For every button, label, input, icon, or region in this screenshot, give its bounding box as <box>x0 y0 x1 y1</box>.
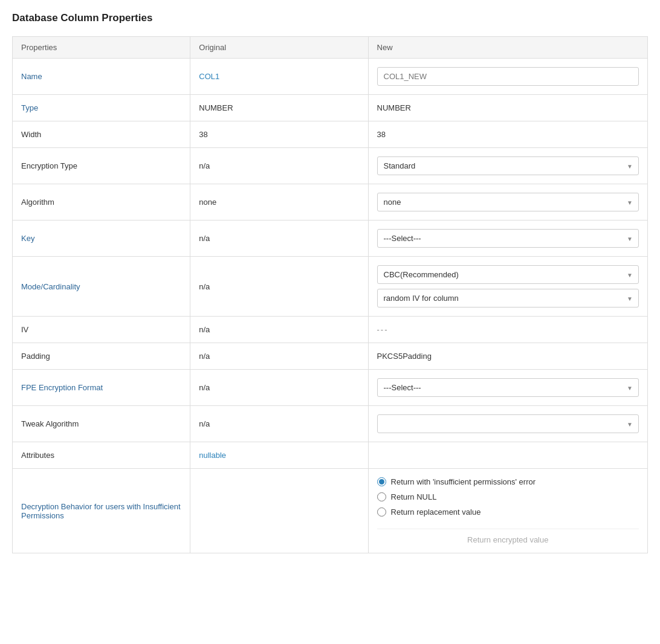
select-tweak_algorithm[interactable] <box>377 414 639 433</box>
row-new-decryption_behavior: Return with 'insufficient permissions' e… <box>368 469 647 553</box>
row-new-mode_cardinality: CBC(Recommended)ECBCFB random IV for col… <box>368 257 647 317</box>
row-label-decryption_behavior: Decryption Behavior for users with Insuf… <box>13 469 190 553</box>
table-row: Attributesnullable <box>13 442 648 469</box>
table-row: IVn/a--- <box>13 317 648 343</box>
row-original-type: NUMBER <box>190 95 368 121</box>
row-new-iv: --- <box>368 317 647 343</box>
row-new-fpe_format: ---Select--- <box>368 370 647 406</box>
name-input[interactable] <box>377 67 639 86</box>
radio-label-error: Return with 'insufficient permissions' e… <box>391 477 536 486</box>
table-row: Tweak Algorithmn/a <box>13 406 648 442</box>
row-new-key: ---Select--- <box>368 221 647 257</box>
properties-table: Properties Original New NameCOL1TypeNUMB… <box>12 36 648 553</box>
row-original-tweak_algorithm: n/a <box>190 406 368 442</box>
row-new-width: 38 <box>368 121 647 148</box>
radio-error[interactable] <box>377 477 386 486</box>
row-original-iv: n/a <box>190 317 368 343</box>
row-new-algorithm: noneAESDES <box>368 184 647 221</box>
row-label-type: Type <box>13 95 190 121</box>
row-original-attributes: nullable <box>190 442 368 469</box>
page-title: Database Column Properties <box>12 12 648 24</box>
header-original: Original <box>190 37 368 59</box>
row-label-mode_cardinality: Mode/Cardinality <box>13 257 190 317</box>
radio-item-null[interactable]: Return NULL <box>377 492 639 501</box>
select-mode_cardinality-2[interactable]: random IV for columnno IV <box>377 289 639 308</box>
row-new-name <box>368 59 647 95</box>
row-original-algorithm: none <box>190 184 368 221</box>
return-encrypted-label: Return encrypted value <box>467 535 548 544</box>
table-row: FPE Encryption Formatn/a---Select--- <box>13 370 648 406</box>
row-new-encryption_type: StandardFPE <box>368 148 647 184</box>
value-padding: PKCS5Padding <box>377 352 432 361</box>
select-algorithm[interactable]: noneAESDES <box>377 193 639 211</box>
row-original-mode_cardinality: n/a <box>190 257 368 317</box>
value-type: NUMBER <box>377 103 411 112</box>
row-new-attributes <box>368 442 647 469</box>
radio-replacement[interactable] <box>377 507 386 517</box>
row-original-encryption_type: n/a <box>190 148 368 184</box>
row-original-name: COL1 <box>190 59 368 95</box>
row-label-fpe_format: FPE Encryption Format <box>13 370 190 406</box>
table-row: Decryption Behavior for users with Insuf… <box>13 469 648 553</box>
row-new-padding: PKCS5Padding <box>368 343 647 370</box>
row-label-tweak_algorithm: Tweak Algorithm <box>13 406 190 442</box>
row-label-width: Width <box>13 121 190 148</box>
value-iv: --- <box>377 325 389 334</box>
radio-item-error[interactable]: Return with 'insufficient permissions' e… <box>377 477 639 486</box>
table-row: Width3838 <box>13 121 648 148</box>
table-row: Mode/Cardinalityn/a CBC(Recommended)ECBC… <box>13 257 648 317</box>
row-original-width: 38 <box>190 121 368 148</box>
radio-group: Return with 'insufficient permissions' e… <box>377 477 639 517</box>
row-label-iv: IV <box>13 317 190 343</box>
row-original-key: n/a <box>190 221 368 257</box>
header-properties: Properties <box>13 37 190 59</box>
select-key[interactable]: ---Select--- <box>377 229 639 248</box>
row-original-decryption_behavior <box>190 469 368 553</box>
table-row: NameCOL1 <box>13 59 648 95</box>
radio-label-replacement: Return replacement value <box>391 507 481 517</box>
row-label-name: Name <box>13 59 190 95</box>
table-row: Encryption Typen/aStandardFPE <box>13 148 648 184</box>
radio-item-replacement[interactable]: Return replacement value <box>377 507 639 517</box>
row-original-fpe_format: n/a <box>190 370 368 406</box>
select-encryption_type[interactable]: StandardFPE <box>377 156 639 175</box>
row-label-algorithm: Algorithm <box>13 184 190 221</box>
header-new: New <box>368 37 647 59</box>
radio-label-null: Return NULL <box>391 492 437 501</box>
select-mode_cardinality-1[interactable]: CBC(Recommended)ECBCFB <box>377 265 639 284</box>
row-new-type: NUMBER <box>368 95 647 121</box>
row-label-attributes: Attributes <box>13 442 190 469</box>
table-row: Keyn/a---Select--- <box>13 221 648 257</box>
select-fpe_format[interactable]: ---Select--- <box>377 378 639 397</box>
row-new-tweak_algorithm <box>368 406 647 442</box>
value-width: 38 <box>377 130 386 139</box>
row-label-encryption_type: Encryption Type <box>13 148 190 184</box>
row-original-padding: n/a <box>190 343 368 370</box>
row-label-padding: Padding <box>13 343 190 370</box>
radio-null[interactable] <box>377 492 386 501</box>
table-row: AlgorithmnonenoneAESDES <box>13 184 648 221</box>
row-label-key: Key <box>13 221 190 257</box>
table-row: TypeNUMBERNUMBER <box>13 95 648 121</box>
table-row: Paddingn/aPKCS5Padding <box>13 343 648 370</box>
